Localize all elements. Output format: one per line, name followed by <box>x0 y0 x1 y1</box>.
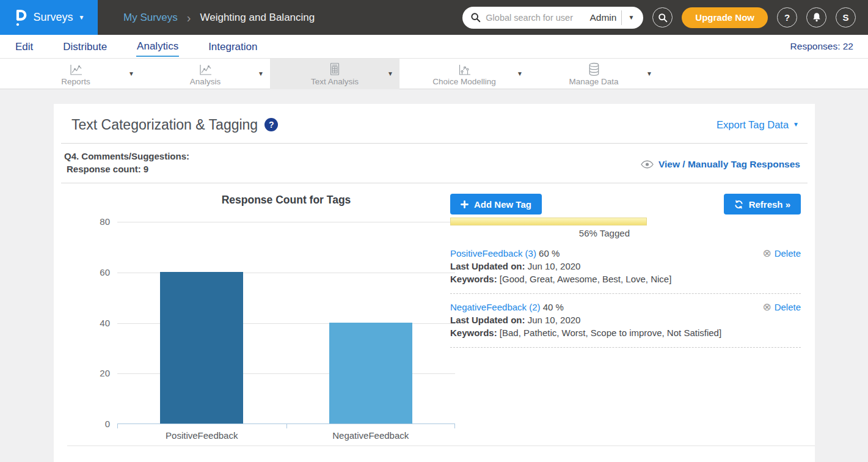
toolbar-tab-label: Reports <box>61 77 90 86</box>
export-tag-data-label: Export Tag Data <box>717 119 789 131</box>
chevron-down-icon[interactable]: ▼ <box>627 15 635 21</box>
product-name: Surveys <box>34 11 73 24</box>
x-axis-category-label: PositiveFeedback <box>117 430 286 441</box>
x-axis-tick <box>454 424 455 428</box>
text-tagging-card: Text Categorization & Tagging ? Export T… <box>54 104 815 462</box>
toolbar-tab-analysis[interactable]: Analysis▼ <box>140 59 270 89</box>
help-badge-icon[interactable]: ? <box>264 118 278 131</box>
line-chart-icon <box>199 62 213 76</box>
y-axis-tick-label: 0 <box>83 419 110 429</box>
refresh-icon <box>734 200 743 209</box>
tag-percent: 40 % <box>541 302 564 312</box>
nav-item-analytics[interactable]: Analytics <box>136 36 179 57</box>
notifications-button[interactable] <box>806 7 826 28</box>
y-axis-tick-label: 20 <box>83 368 110 378</box>
tag-entry: PositiveFeedback (3) 60 %Last Updated on… <box>450 240 801 294</box>
questionpro-logo-icon <box>13 9 28 27</box>
x-axis-tick <box>117 424 118 428</box>
page-title: Text Categorization & Tagging <box>71 117 258 133</box>
question-summary-row: Q4. Comments/Suggestions: Response count… <box>54 144 815 183</box>
database-icon <box>588 62 600 76</box>
tag-list: PositiveFeedback (3) 60 %Last Updated on… <box>450 240 801 348</box>
add-new-tag-label: Add New Tag <box>474 199 531 210</box>
tag-keywords-line: Keywords: [Good, Great, Awesome, Best, L… <box>450 273 801 285</box>
analytics-toolbar: Reports▼Analysis▼Text Analysis▼Choice Mo… <box>0 59 868 89</box>
y-axis-tick-label: 40 <box>83 318 110 328</box>
responses-count[interactable]: Responses: 22 <box>790 41 853 52</box>
circled-x-icon: ⊗ <box>762 302 771 312</box>
tag-name-link[interactable]: NegativeFeedback (2) <box>450 302 541 312</box>
toolbar-tab-choice-modelling[interactable]: Choice Modelling▼ <box>399 59 529 89</box>
global-search: Admin ▼ <box>462 7 643 29</box>
global-search-input[interactable] <box>486 13 585 23</box>
header-actions: Admin ▼ Upgrade Now ? S <box>462 7 856 29</box>
document-grid-icon <box>329 62 341 76</box>
tag-title-line: PositiveFeedback (3) 60 % <box>450 247 801 260</box>
nav-item-distribute[interactable]: Distribute <box>62 37 108 56</box>
chevron-down-icon[interactable]: ▼ <box>387 71 393 77</box>
tagged-progress-bar <box>450 218 647 226</box>
toolbar-tab-label: Analysis <box>190 77 221 86</box>
delete-tag-button[interactable]: ⊗Delete <box>762 247 801 260</box>
card-body: Response Count for Tags 020406080Positiv… <box>54 183 815 452</box>
tag-updated-line: Last Updated on: Jun 10, 2020 <box>450 314 801 326</box>
chart-title: Response Count for Tags <box>117 194 455 207</box>
breadcrumb-my-surveys[interactable]: My Surveys <box>123 12 178 24</box>
breadcrumb-separator: › <box>187 12 191 24</box>
tag-title-line: NegativeFeedback (2) 40 % <box>450 301 801 314</box>
card-header: Text Categorization & Tagging ? Export T… <box>54 104 815 143</box>
bell-icon <box>812 12 822 23</box>
scatter-chart-icon <box>458 62 472 76</box>
view-manually-tag-link[interactable]: View / Manually Tag Responses <box>641 159 800 170</box>
nav-item-integration[interactable]: Integration <box>208 37 258 56</box>
bar-positivefeedback[interactable] <box>160 272 243 424</box>
avatar-letter: S <box>842 12 848 23</box>
chevron-down-icon[interactable]: ▼ <box>646 71 652 77</box>
avatar[interactable]: S <box>836 7 856 28</box>
help-button[interactable]: ? <box>777 7 797 28</box>
delete-label: Delete <box>775 301 801 314</box>
survey-section-nav: EditDistributeAnalyticsIntegration Respo… <box>0 35 868 59</box>
export-tag-data-link[interactable]: Export Tag Data ▼ <box>717 119 799 131</box>
toolbar-tab-label: Text Analysis <box>311 77 359 86</box>
eye-icon <box>641 160 654 169</box>
chevron-down-icon: ▼ <box>793 122 799 128</box>
search-icon <box>470 12 481 23</box>
circled-x-icon: ⊗ <box>762 248 771 258</box>
refresh-button[interactable]: Refresh » <box>724 194 801 215</box>
chevron-down-icon: ▼ <box>79 15 85 21</box>
breadcrumb-current-survey: Weighting and Balancing <box>200 12 315 24</box>
upgrade-now-button[interactable]: Upgrade Now <box>682 7 768 28</box>
chart-gridline <box>117 222 455 222</box>
search-button[interactable] <box>652 7 673 28</box>
tagging-panel: Add New Tag Refresh » 56% Tagged <box>450 194 801 348</box>
y-axis-tick-label: 60 <box>83 267 110 277</box>
toolbar-tab-manage-data[interactable]: Manage Data▼ <box>529 59 658 89</box>
tagging-actions-row: Add New Tag Refresh » <box>450 194 801 215</box>
divider <box>621 10 622 25</box>
tag-name-link[interactable]: PositiveFeedback (3) <box>450 248 536 258</box>
x-axis-tick <box>286 424 287 428</box>
add-new-tag-button[interactable]: Add New Tag <box>450 194 542 215</box>
line-chart-icon <box>69 62 83 76</box>
breadcrumb: My Surveys › Weighting and Balancing <box>123 12 315 24</box>
question-mark-icon: ? <box>784 12 790 23</box>
tag-percent: 60 % <box>536 248 560 258</box>
plus-icon <box>461 200 469 208</box>
search-icon <box>658 13 668 23</box>
bar-negativefeedback[interactable] <box>329 323 412 424</box>
view-manually-tag-label: View / Manually Tag Responses <box>658 159 800 170</box>
chevron-down-icon[interactable]: ▼ <box>128 71 134 77</box>
toolbar-tab-reports[interactable]: Reports▼ <box>11 59 140 89</box>
toolbar-tab-text-analysis[interactable]: Text Analysis▼ <box>270 59 399 89</box>
toolbar-tab-label: Manage Data <box>569 77 618 86</box>
tag-updated-line: Last Updated on: Jun 10, 2020 <box>450 260 801 273</box>
search-scope-select[interactable]: Admin <box>589 12 616 23</box>
tagged-progress-label: 56% Tagged <box>450 228 647 238</box>
chevron-down-icon[interactable]: ▼ <box>258 71 264 77</box>
chevron-down-icon[interactable]: ▼ <box>517 71 523 77</box>
delete-label: Delete <box>775 247 801 260</box>
delete-tag-button[interactable]: ⊗Delete <box>762 301 801 314</box>
nav-item-edit[interactable]: Edit <box>15 37 34 56</box>
surveys-product-menu[interactable]: Surveys ▼ <box>0 0 98 35</box>
